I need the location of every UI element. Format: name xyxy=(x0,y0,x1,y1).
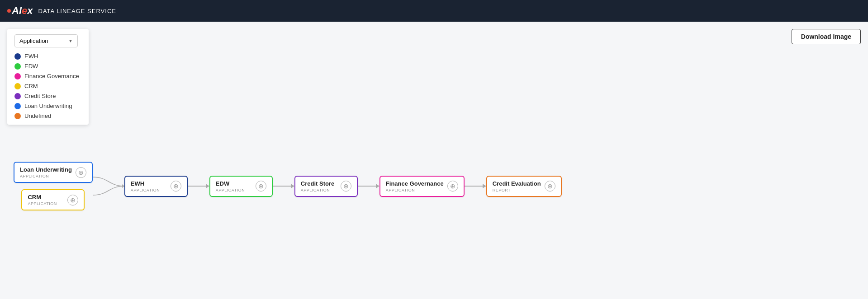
legend-item-credit-store: Credit Store xyxy=(14,93,81,99)
node-ewh[interactable]: EWH APPLICATION ⊕ xyxy=(124,176,188,197)
logo-dot xyxy=(7,9,11,13)
legend-item-finance-governance: Finance Governance xyxy=(14,73,81,79)
node-loan-underwriting[interactable]: Loan Underwriting APPLICATION ⊕ xyxy=(14,162,93,183)
legend-label: Finance Governance xyxy=(24,73,79,79)
node-finance-governance[interactable]: Finance Governance APPLICATION ⊕ xyxy=(379,176,465,197)
legend-color-dot xyxy=(14,53,21,60)
legend-panel: Application ▼ EWHEDWFinance GovernanceCR… xyxy=(7,29,89,125)
arrow-edw-credit xyxy=(273,184,294,188)
svg-marker-0 xyxy=(122,184,124,188)
main-canvas: Application ▼ EWHEDWFinance GovernanceCR… xyxy=(0,22,868,299)
flow-diagram: Loan Underwriting APPLICATION ⊕ CRM APPL… xyxy=(14,162,863,210)
legend-label: Credit Store xyxy=(24,93,56,99)
expand-icon[interactable]: ⊕ xyxy=(256,181,266,192)
node-edw[interactable]: EDW APPLICATION ⊕ xyxy=(209,176,273,197)
legend-item-edw: EDW xyxy=(14,63,81,70)
connector-svg xyxy=(93,168,124,204)
legend-item-crm: CRM xyxy=(14,83,81,89)
legend-color-dot xyxy=(14,113,21,119)
dropdown-label: Application xyxy=(19,37,48,44)
legend-item-loan-underwriting: Loan Underwriting xyxy=(14,103,81,109)
download-image-button[interactable]: Download Image xyxy=(792,29,861,44)
legend-color-dot xyxy=(14,103,21,109)
arrow-ewh-edw xyxy=(188,184,209,188)
legend-item-undefined: Undefined xyxy=(14,112,81,119)
node-credit-evaluation[interactable]: Credit Evaluation REPORT ⊕ xyxy=(486,176,562,197)
legend-color-dot xyxy=(14,83,21,89)
multi-connector xyxy=(93,168,124,204)
legend-label: Undefined xyxy=(24,112,51,119)
chevron-down-icon: ▼ xyxy=(68,38,73,43)
legend-color-dot xyxy=(14,93,21,99)
expand-icon[interactable]: ⊕ xyxy=(67,195,78,206)
arrow-finance-evaluation xyxy=(465,184,486,188)
app-logo: Alex xyxy=(7,5,33,17)
arrow-credit-finance xyxy=(358,184,379,188)
expand-icon[interactable]: ⊕ xyxy=(447,181,458,192)
expand-icon[interactable]: ⊕ xyxy=(171,181,181,192)
app-header: Alex DATA LINEAGE SERVICE xyxy=(0,0,868,22)
legend-label: EDW xyxy=(24,63,38,70)
expand-icon[interactable]: ⊕ xyxy=(545,181,555,192)
logo-text: Alex xyxy=(12,5,33,17)
application-dropdown[interactable]: Application ▼ xyxy=(14,34,78,47)
legend-color-dot xyxy=(14,73,21,79)
expand-icon[interactable]: ⊕ xyxy=(76,167,86,178)
expand-icon[interactable]: ⊕ xyxy=(341,181,351,192)
node-crm[interactable]: CRM APPLICATION ⊕ xyxy=(21,189,85,210)
legend-label: CRM xyxy=(24,83,38,89)
legend-list: EWHEDWFinance GovernanceCRMCredit StoreL… xyxy=(14,53,81,119)
node-credit-store[interactable]: Credit Store APPLICATION ⊕ xyxy=(294,176,358,197)
legend-label: Loan Underwriting xyxy=(24,103,72,109)
legend-label: EWH xyxy=(24,53,38,60)
legend-color-dot xyxy=(14,63,21,70)
legend-item-ewh: EWH xyxy=(14,53,81,60)
header-title: DATA LINEAGE SERVICE xyxy=(38,8,116,14)
source-nodes-col: Loan Underwriting APPLICATION ⊕ CRM APPL… xyxy=(14,162,93,210)
